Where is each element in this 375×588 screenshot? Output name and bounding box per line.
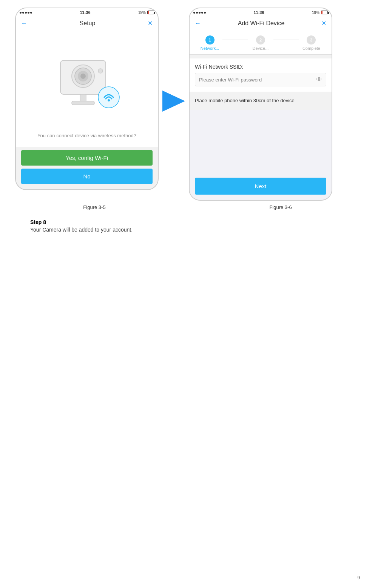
step-circle-2: 2: [256, 35, 265, 45]
camera-illustration: [16, 30, 158, 128]
connect-text-label: You can connect device via wireless meth…: [37, 133, 136, 138]
caption-spacer: [174, 204, 201, 210]
status-time-1: 11:36: [80, 10, 90, 15]
next-btn-area: Next: [190, 170, 332, 200]
figure-caption-1: Figure 3-5: [15, 204, 174, 210]
step8-section: Step 8 Your Camera will be added to your…: [15, 219, 360, 233]
camera-svg: [49, 45, 125, 113]
phone-mockup-1: 11:36 19% ← Setup ✕: [15, 8, 159, 190]
back-button-1[interactable]: ←: [21, 20, 27, 27]
step-line-2: [273, 40, 299, 40]
no-button[interactable]: No: [21, 169, 153, 184]
signal-dots-1: [20, 12, 32, 14]
status-bar-2: 11:36 19%: [190, 8, 332, 17]
wifi-password-row: 👁: [195, 73, 326, 86]
wifi-hint-text: Place mobile phone within 30cm of the de…: [190, 92, 332, 110]
svg-point-5: [98, 69, 103, 73]
battery-percent-1: 19%: [138, 11, 146, 15]
app-header-1: ← Setup ✕: [16, 17, 158, 30]
step-item-3: 3 Complete: [299, 35, 324, 51]
wifi-ssid-label: Wi-Fi Network SSID:: [195, 64, 326, 70]
screenshots-row: 11:36 19% ← Setup ✕: [15, 8, 360, 201]
battery-icon-1: [147, 11, 154, 14]
back-button-2[interactable]: ←: [195, 20, 201, 27]
battery-fill-1: [148, 11, 149, 14]
figures-caption-row: Figure 3-5 Figure 3-6: [15, 204, 360, 210]
next-button[interactable]: Next: [195, 178, 326, 195]
step-line-1: [222, 40, 248, 40]
svg-rect-6: [80, 94, 86, 102]
steps-divider: [190, 54, 332, 55]
yes-config-wifi-button[interactable]: Yes, config Wi-Fi: [21, 150, 153, 166]
wifi-password-input[interactable]: [199, 77, 316, 83]
step-circle-1: 1: [205, 35, 215, 45]
step8-description: Your Camera will be added to your accoun…: [30, 227, 345, 233]
wifi-form-area: Wi-Fi Network SSID: 👁: [190, 58, 332, 92]
status-right-1: 19%: [138, 11, 154, 15]
connect-text: You can connect device via wireless meth…: [16, 128, 158, 147]
step-label-1: Network...: [201, 46, 219, 51]
step-label-3: Complete: [302, 46, 320, 51]
status-right-2: 19%: [312, 11, 328, 15]
header-title-1: Setup: [80, 20, 96, 27]
step-label-2: Device...: [253, 46, 269, 51]
arrow-container: [159, 91, 189, 112]
right-arrow-icon: [162, 91, 185, 112]
battery-fill-2: [321, 11, 323, 14]
phone-mockup-2: 11:36 19% ← Add Wi-Fi Device ✕ 1 Network: [189, 8, 332, 201]
step-item-1: 1 Network...: [197, 35, 222, 51]
wifi-content-spacer: [190, 110, 332, 170]
close-button-2[interactable]: ✕: [321, 20, 326, 27]
eye-icon[interactable]: 👁: [316, 76, 322, 83]
page-content: 11:36 19% ← Setup ✕: [0, 0, 375, 248]
battery-percent-2: 19%: [312, 11, 319, 15]
figure1-caption-text: Figure 3-5: [83, 204, 105, 210]
app-header-2: ← Add Wi-Fi Device ✕: [190, 17, 332, 30]
step-item-2: 2 Device...: [248, 35, 273, 51]
battery-icon-2: [321, 11, 328, 14]
step8-title: Step 8: [30, 219, 345, 225]
svg-rect-7: [72, 101, 94, 105]
step-circle-3: 3: [307, 35, 316, 45]
signal-dots-2: [193, 12, 206, 14]
figure-caption-2: Figure 3-6: [201, 204, 360, 210]
page-number: 9: [357, 575, 360, 580]
close-button-1[interactable]: ✕: [148, 20, 153, 27]
svg-point-9: [108, 99, 110, 101]
header-title-2: Add Wi-Fi Device: [238, 20, 285, 27]
svg-point-4: [80, 74, 86, 79]
status-bar-1: 11:36 19%: [16, 8, 158, 17]
steps-indicator: 1 Network... 2 Device... 3 Complete: [190, 30, 332, 54]
status-time-2: 11:36: [253, 10, 264, 15]
figure2-caption-text: Figure 3-6: [269, 204, 292, 210]
